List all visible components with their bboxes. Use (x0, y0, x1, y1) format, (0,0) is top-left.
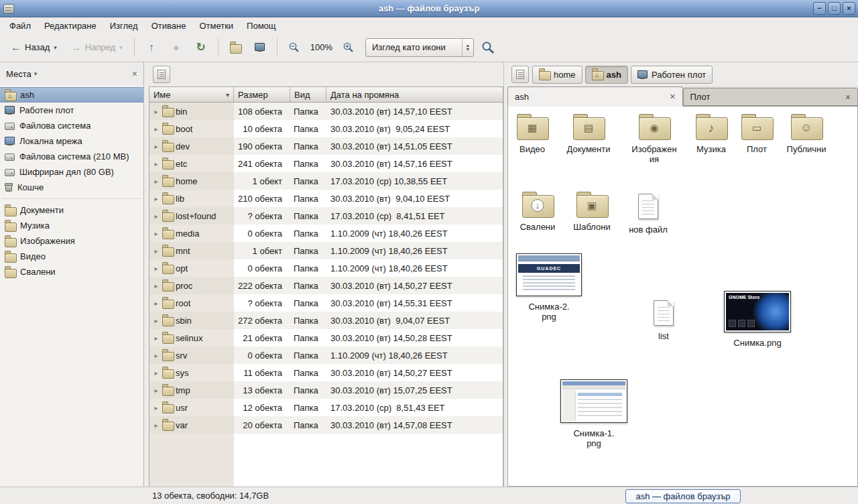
minimize-button[interactable]: − (813, 2, 826, 15)
expander-icon[interactable]: ▸ (153, 334, 160, 342)
home-button[interactable] (225, 37, 246, 58)
table-row-16[interactable]: ▸tmp13 обектаПапка30.03.2010 (вт) 15,07,… (149, 381, 503, 399)
location-toggle-button[interactable] (511, 66, 529, 83)
table-row-7[interactable]: ▸media0 обектаПапка1.10.2009 (чт) 18,40,… (149, 225, 503, 242)
expander-icon[interactable]: ▸ (153, 387, 160, 394)
column-header-0[interactable]: Име▾ (149, 87, 234, 103)
expander-icon[interactable]: ▸ (153, 160, 160, 168)
file-item-1[interactable]: ▤Документи (558, 113, 619, 154)
search-button[interactable] (477, 37, 499, 58)
table-row-2[interactable]: ▸dev190 обектаПапка30.03.2010 (вт) 14,51… (149, 137, 503, 155)
path-button-2[interactable]: Работен плот (631, 66, 713, 84)
expander-icon[interactable]: ▸ (153, 369, 160, 377)
tab-close-icon[interactable]: × (845, 92, 851, 102)
taskbar-window-button[interactable]: ash — файлов браузър (625, 489, 741, 503)
table-row-17[interactable]: ▸usr12 обектаПапка17.03.2010 (ср) 8,51,4… (149, 399, 503, 416)
sidebar-item-11[interactable]: Свалени (0, 264, 143, 279)
view-mode-select[interactable]: Изглед като икони ▴▾ (365, 38, 474, 57)
table-row-1[interactable]: ▸boot10 обектаПапка30.03.2010 (вт) 9,05,… (149, 120, 503, 137)
expander-icon[interactable]: ▸ (153, 300, 160, 307)
table-row-3[interactable]: ▸etc241 обектаПапка30.03.2010 (вт) 14,57… (149, 155, 503, 172)
close-button[interactable]: × (843, 2, 855, 15)
expander-icon[interactable]: ▸ (153, 404, 160, 412)
table-row-18[interactable]: ▸var20 обектаПапка30.03.2010 (вт) 14,57,… (149, 416, 503, 434)
maximize-button[interactable]: □ (828, 2, 841, 15)
table-row-9[interactable]: ▸opt0 обектаПапка1.10.2009 (чт) 18,40,26… (149, 259, 503, 277)
file-item-2[interactable]: ◉Изображения (623, 113, 685, 164)
menubar-item-5[interactable]: Помощ (240, 19, 282, 32)
back-history-dropdown-icon[interactable]: ▾ (54, 44, 57, 51)
sidebar-item-8[interactable]: Музика (0, 218, 143, 233)
tab-close-icon[interactable]: × (670, 92, 675, 101)
sidebar-header[interactable]: Места ▾ × (0, 62, 143, 85)
sidebar-item-5[interactable]: Шифриран дял (80 GB) (0, 164, 143, 180)
expander-icon[interactable]: ▸ (153, 108, 160, 115)
titlebar[interactable]: ash — файлов браузър − □ × (0, 0, 858, 17)
sidebar-item-9[interactable]: Изображения (0, 233, 143, 249)
expander-icon[interactable]: ▸ (153, 317, 160, 324)
zoom-in-button[interactable] (338, 37, 359, 58)
expander-icon[interactable]: ▸ (153, 247, 160, 255)
file-item-0[interactable]: ▦Видео (501, 113, 563, 154)
tab-1[interactable]: Плот× (683, 88, 858, 106)
file-item-10[interactable]: list (633, 299, 694, 341)
table-row-12[interactable]: ▸sbin272 обектаПапка30.03.2010 (вт) 9,04… (149, 312, 503, 329)
table-row-10[interactable]: ▸proc222 обектаПапка30.03.2010 (вт) 14,5… (149, 277, 503, 294)
sidebar-item-10[interactable]: Видео (0, 249, 143, 264)
sidebar-item-4[interactable]: Файлова система (210 MB) (0, 149, 143, 164)
column-header-2[interactable]: Вид (290, 87, 326, 103)
expander-icon[interactable]: ▸ (153, 230, 160, 237)
menubar-item-0[interactable]: Файл (3, 19, 38, 32)
back-button[interactable]: ← Назад ▾ (5, 37, 62, 58)
sidebar-item-7[interactable]: Документи (0, 202, 143, 218)
stop-button[interactable]: ● (166, 37, 187, 58)
table-row-11[interactable]: ▸root? обектаПапка30.03.2010 (вт) 14,55,… (149, 294, 503, 312)
sidebar-item-1[interactable]: Работен плот (0, 103, 143, 118)
table-row-8[interactable]: ▸mnt1 обектПапка1.10.2009 (чт) 18,40,26 … (149, 242, 503, 259)
column-header-1[interactable]: Размер (234, 87, 290, 103)
menubar-item-4[interactable]: Отметки (192, 19, 240, 32)
table-row-5[interactable]: ▸lib210 обектаПапка30.03.2010 (вт) 9,04,… (149, 190, 503, 207)
tab-0[interactable]: ash× (507, 86, 683, 107)
forward-button[interactable]: → Напред ▾ (66, 37, 128, 58)
zoom-out-button[interactable] (284, 37, 305, 58)
up-button[interactable]: ↑ (141, 37, 162, 58)
expander-icon[interactable]: ▸ (153, 352, 160, 359)
computer-button[interactable] (249, 37, 271, 58)
table-row-14[interactable]: ▸srv0 обектаПапка1.10.2009 (чт) 18,40,26… (149, 346, 503, 364)
expander-icon[interactable]: ▸ (153, 178, 160, 185)
sidebar-item-0[interactable]: ⌂ash (0, 87, 143, 103)
expander-icon[interactable]: ▸ (153, 125, 160, 133)
file-item-6[interactable]: ↓Свалени (507, 191, 568, 232)
path-button-1[interactable]: ⌂ash (585, 66, 628, 84)
sidebar-item-3[interactable]: Локална мрежа (0, 133, 143, 149)
sidebar-item-2[interactable]: Файлова система (0, 118, 143, 133)
expander-icon[interactable]: ▸ (153, 265, 160, 272)
reload-button[interactable]: ↻ (190, 37, 212, 58)
expander-icon[interactable]: ▸ (153, 195, 160, 202)
menubar-item-3[interactable]: Отиване (145, 19, 193, 32)
location-toggle-button[interactable] (153, 66, 170, 83)
file-item-5[interactable]: ☺Публични (776, 113, 837, 154)
table-row-0[interactable]: ▸bin108 обектаПапка30.03.2010 (вт) 14,57… (149, 103, 503, 120)
menubar-item-1[interactable]: Редактиране (38, 19, 103, 32)
icon-view[interactable]: ▦Видео▤Документи◉Изображения♪Музика▭Плот… (507, 107, 858, 487)
forward-history-dropdown-icon[interactable]: ▾ (119, 44, 123, 51)
file-item-9[interactable]: GUADECСнимка-2.png (512, 253, 586, 322)
table-row-4[interactable]: ▸home1 обектПапка17.03.2010 (ср) 10,38,5… (149, 172, 503, 190)
table-row-13[interactable]: ▸selinux21 обектаПапка30.03.2010 (вт) 14… (149, 329, 503, 346)
expander-icon[interactable]: ▸ (153, 422, 160, 429)
column-header-3[interactable]: Дата на промяна (326, 87, 503, 103)
sidebar-item-6[interactable]: Кошче (0, 180, 143, 195)
file-item-8[interactable]: нов файл (617, 192, 679, 235)
expander-icon[interactable]: ▸ (153, 212, 160, 220)
sidebar-close-icon[interactable]: × (132, 68, 137, 79)
sidebar-selector-chevron-icon[interactable]: ▾ (34, 70, 38, 77)
table-row-15[interactable]: ▸sys11 обектаПапка30.03.2010 (вт) 14,50,… (149, 364, 503, 381)
expander-icon[interactable]: ▸ (153, 282, 160, 290)
path-button-0[interactable]: home (532, 66, 583, 84)
table-row-6[interactable]: ▸lost+found? обектаПапка17.03.2010 (ср) … (149, 207, 503, 225)
file-item-12[interactable]: Снимка-1.png (557, 379, 631, 448)
expander-icon[interactable]: ▸ (153, 143, 160, 150)
file-item-7[interactable]: ▣Шаблони (561, 191, 623, 232)
